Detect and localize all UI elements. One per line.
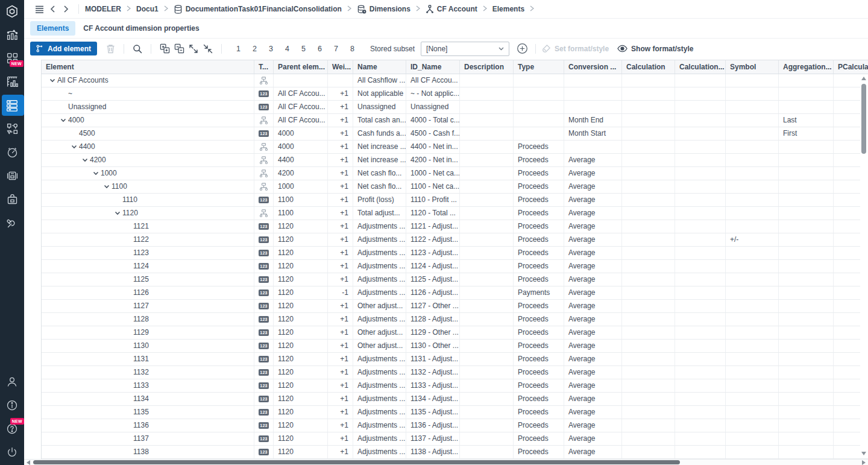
show-format-style-button[interactable]: Show format/style (617, 45, 693, 53)
column-header-calculation[interactable]: Calculation (622, 60, 675, 74)
table-row[interactable]: 11241231120+1Adjustments ...1124 - Adjus… (42, 260, 868, 273)
table-row[interactable]: 4000All CF Accou...+1Total cash an...400… (42, 114, 868, 127)
level-button-3[interactable]: 3 (263, 42, 279, 55)
column-header-pcalculation[interactable]: PCalculation... (834, 60, 868, 74)
table-row[interactable]: 44004000+1Net increase ...4400 - Net in.… (42, 141, 868, 154)
table-row[interactable]: 11221231120+1Adjustments ...1122 - Adjus… (42, 233, 868, 247)
sidebar-item-logout[interactable] (0, 440, 24, 464)
table-row[interactable]: 11101231100+1Profit (loss)1110 - Profit … (42, 194, 868, 207)
delete-element-icon[interactable] (103, 42, 118, 55)
expand-all-icon[interactable] (157, 42, 172, 55)
sidebar-item-modeler[interactable] (0, 93, 24, 117)
vertical-scroll-thumb[interactable] (861, 84, 866, 154)
level-button-6[interactable]: 6 (312, 42, 328, 55)
table-row[interactable]: 11311231120+1Adjustments ...1131 - Adjus… (42, 353, 868, 366)
stored-subset-select[interactable]: [None] (421, 42, 509, 56)
column-header-conversion[interactable]: Conversion ... (564, 60, 622, 74)
table-row[interactable]: 10004200+1Net cash flo...1000 - Net ca..… (42, 167, 868, 180)
collapse-branch-icon[interactable] (201, 42, 215, 55)
sidebar-item-integrator[interactable] (0, 117, 24, 141)
level-button-1[interactable]: 1 (230, 42, 247, 55)
chevron-down-icon[interactable] (102, 182, 112, 192)
set-format-style-button[interactable]: Set format/style (542, 44, 609, 53)
sidebar-item-user[interactable] (0, 370, 24, 393)
horizontal-scroll-thumb[interactable] (33, 460, 680, 464)
jedox-logo-icon[interactable] (0, 0, 24, 23)
table-row[interactable]: 11261231120-1Adjustments ...1126 - Adjus… (42, 286, 868, 300)
table-row[interactable]: 11301231120+1Other adjust...1130 - Other… (42, 340, 868, 353)
nav-forward-icon[interactable] (59, 2, 72, 16)
nav-back-icon[interactable] (46, 2, 59, 16)
sidebar-item-help[interactable]: NEW (0, 417, 24, 440)
table-row[interactable]: 11271231120+1Other adjust...1127 - Other… (42, 300, 868, 313)
scroll-right-icon[interactable] (862, 460, 866, 465)
table-row[interactable]: 11201100+1Total adjust...1120 - Total ..… (42, 207, 868, 220)
chevron-down-icon[interactable] (48, 76, 57, 86)
sidebar-item-report-designer[interactable] (0, 70, 24, 93)
scroll-up-icon[interactable] (861, 77, 866, 80)
table-row[interactable]: 45001234000+1Cash funds a...4500 - Cash … (42, 127, 868, 141)
column-header-symbol[interactable]: Symbol (726, 60, 779, 74)
breadcrumb-item-elements[interactable]: Elements (492, 5, 524, 13)
level-button-2[interactable]: 2 (247, 42, 263, 55)
column-header-aggregation[interactable]: Aggregation... (779, 60, 834, 74)
level-button-7[interactable]: 7 (328, 42, 344, 55)
table-row[interactable]: 11251231120+1Adjustments ...1125 - Adjus… (42, 273, 868, 286)
table-row[interactable]: Unassigned123All CF Accou...+1Unassigned… (42, 101, 868, 114)
column-header-ticon[interactable]: T... (254, 60, 274, 74)
table-row[interactable]: 42004400+1Net increase ...4200 - Net in.… (42, 154, 868, 167)
table-row[interactable]: 11001000+1Net cash flo...1100 - Net ca..… (42, 180, 868, 194)
scroll-down-icon[interactable] (861, 452, 866, 455)
add-element-button[interactable]: Add element (30, 42, 97, 55)
level-button-4[interactable]: 4 (279, 42, 295, 55)
hamburger-menu-icon[interactable] (33, 2, 46, 16)
breadcrumb-item-cf-account[interactable]: CF Account (426, 5, 477, 14)
column-header-id_name[interactable]: ID_Name (406, 60, 460, 74)
table-row[interactable]: 11281231120+1Adjustments ...1128 - Adjus… (42, 313, 868, 326)
table-row[interactable]: All CF AccountsAll Cashflow ...All CF Ac… (42, 74, 868, 87)
column-header-name[interactable]: Name (353, 60, 406, 74)
level-button-8[interactable]: 8 (344, 42, 360, 55)
breadcrumb-item-dimensions[interactable]: Dimensions (357, 5, 410, 14)
table-row[interactable]: ~123All CF Accou...+1Not applicable~ - N… (42, 87, 868, 101)
collapse-all-icon[interactable] (172, 42, 186, 55)
table-row[interactable]: 11331231120+1Adjustments ...1133 - Adjus… (42, 379, 868, 393)
chevron-down-icon[interactable] (91, 169, 101, 179)
sidebar-item-scheduler[interactable] (0, 141, 24, 164)
column-header-parent[interactable]: Parent elem... (274, 60, 328, 74)
tab-dimension-properties[interactable]: CF Account dimension properties (77, 21, 206, 36)
sidebar-item-marketplace[interactable] (0, 188, 24, 211)
table-row[interactable]: 11231231120+1Adjustments ...1123 - Adjus… (42, 247, 868, 260)
table-row[interactable]: 11341231120+1Adjustments ...1134 - Adjus… (42, 393, 868, 406)
table-row[interactable]: 11291231120+1Other adjust...1129 - Other… (42, 326, 868, 340)
level-button-5[interactable]: 5 (295, 42, 312, 55)
table-row[interactable]: 11361231120+1Adjustments ...1136 - Adjus… (42, 419, 868, 432)
column-header-calculation2[interactable]: Calculation... (675, 60, 726, 74)
column-header-weight[interactable]: Wei... (328, 60, 353, 74)
breadcrumb-item-docu1[interactable]: Docu1 (136, 5, 159, 13)
chevron-down-icon[interactable] (58, 116, 68, 125)
sidebar-item-analytics[interactable] (0, 23, 24, 46)
sidebar-item-canvas[interactable] (0, 164, 24, 188)
table-row[interactable]: 11321231120+1Adjustments ...1132 - Adjus… (42, 366, 868, 379)
sidebar-item-info[interactable] (0, 393, 24, 417)
chevron-down-icon[interactable] (80, 156, 90, 165)
horizontal-scrollbar[interactable] (24, 459, 868, 465)
breadcrumb-item-documentationtask01financialconsolidation[interactable]: DocumentationTask01FinancialConsolidatio… (174, 5, 342, 14)
scroll-left-icon[interactable] (27, 460, 30, 465)
breadcrumb-item-modeler[interactable]: MODELER (85, 5, 121, 13)
table-row[interactable]: 11371231120+1Adjustments ...1137 - Adjus… (42, 432, 868, 446)
chevron-down-icon[interactable] (113, 209, 122, 218)
sidebar-item-apps[interactable]: NEW (0, 46, 24, 70)
sidebar-item-administration[interactable] (0, 211, 24, 235)
table-row[interactable]: 11351231120+1Adjustments ...1135 - Adjus… (42, 406, 868, 419)
vertical-scrollbar[interactable] (860, 74, 868, 458)
expand-branch-icon[interactable] (186, 42, 201, 55)
chevron-down-icon[interactable] (69, 142, 79, 152)
table-row[interactable]: 11381231120+1Adjustments ...1138 - Adjus… (42, 446, 868, 459)
column-header-description[interactable]: Description (460, 60, 514, 74)
table-row[interactable]: 11211231120+1Adjustments ...1121 - Adjus… (42, 220, 868, 233)
column-header-type[interactable]: Type (514, 60, 564, 74)
search-icon[interactable] (130, 42, 145, 55)
add-subset-icon[interactable] (515, 42, 529, 55)
